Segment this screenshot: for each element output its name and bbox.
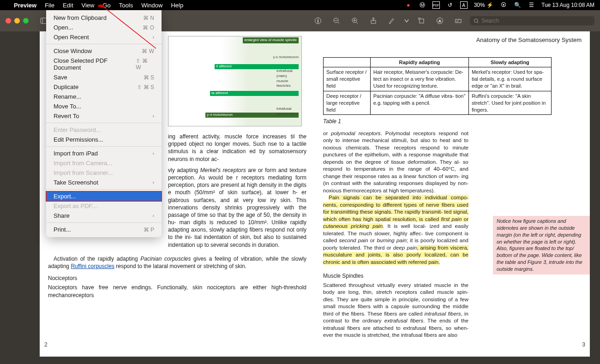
page-number: 3	[582, 341, 585, 348]
menu-help[interactable]: Help	[171, 2, 183, 9]
rotate-icon[interactable]	[414, 15, 428, 26]
body-text: ing afferent activity, muscle force incr…	[168, 133, 306, 163]
zoom-in-icon[interactable]	[348, 15, 362, 26]
menu-item-edit-permissions[interactable]: Edit Permissions...	[46, 135, 162, 144]
menu-item-open-recent[interactable]: Open Recent›	[46, 32, 162, 42]
close-window-button[interactable]	[6, 18, 11, 24]
malware-icon[interactable]: Ⓜ	[419, 1, 426, 9]
menu-tools[interactable]: Tools	[119, 2, 133, 9]
receptor-table: Rapidly adaptingSlowly adapting Surface …	[323, 57, 552, 115]
svg-line-18	[477, 22, 478, 23]
search-field[interactable]	[470, 16, 594, 25]
body-text: vly adapting Merkel's receptors are or f…	[168, 167, 306, 249]
app-name[interactable]: Preview	[14, 2, 36, 9]
menu-item-import-from-ipad[interactable]: Import from iPad›	[46, 149, 162, 158]
battery-status[interactable]: 30% ⚡	[474, 2, 493, 8]
file-menu: New from Clipboard⌘ NOpen...⌘ OOpen Rece…	[46, 10, 162, 237]
info-icon[interactable]: i	[311, 15, 325, 26]
body-text: or polymodal receptors. Polymodal recept…	[323, 130, 468, 195]
body-text: Activation of the rapidly adapting Pacin…	[48, 255, 306, 270]
menu-item-rename[interactable]: Rename...	[46, 92, 162, 101]
menu-item-export[interactable]: Export...	[46, 191, 162, 201]
section-heading: Muscle Spindles	[323, 272, 468, 280]
svg-text:A: A	[438, 19, 441, 23]
minimize-window-button[interactable]	[14, 18, 20, 24]
menubar: Preview File Edit View Go Tools Window H…	[0, 0, 600, 10]
menu-item-export-as-pdf: Export as PDF...	[46, 201, 162, 211]
menu-item-new-from-clipboard[interactable]: New from Clipboard⌘ N	[46, 13, 162, 23]
menu-item-save[interactable]: Save⌘ S	[46, 72, 162, 82]
menu-file[interactable]: File	[45, 2, 54, 9]
menu-go[interactable]: Go	[102, 2, 110, 9]
menu-edit[interactable]: Edit	[63, 2, 73, 9]
window-controls	[6, 18, 29, 24]
lang-icon[interactable]: A	[460, 1, 468, 9]
share-icon[interactable]	[366, 15, 380, 26]
menu-item-take-screenshot[interactable]: Take Screenshot›	[46, 178, 162, 187]
menu-item-import-from-camera: Import from Camera...	[46, 158, 162, 168]
control-center-icon[interactable]: ☰	[528, 1, 535, 9]
body-text: Nociceptors have free nerve endings. Fun…	[48, 284, 306, 298]
page-title: Anatomy of the Somatosensory System	[323, 36, 582, 44]
highlighted-text: Pain signals can be separated into indiv…	[323, 194, 468, 266]
pdf-icon[interactable]: PDF	[432, 1, 440, 9]
wifi-icon[interactable]: ⦿	[500, 1, 507, 9]
markup-icon[interactable]	[385, 15, 399, 26]
figure-muscle-spindle: enlarged view of muscle spindle γ-s moto…	[168, 36, 302, 126]
menu-item-share[interactable]: Share›	[46, 211, 162, 221]
menu-item-close-window[interactable]: Close Window⌘ W	[46, 46, 162, 56]
markup-chevron-icon[interactable]	[403, 15, 410, 26]
menu-item-print[interactable]: Print...⌘ P	[46, 225, 162, 234]
text-icon[interactable]: A	[433, 15, 447, 26]
zoom-out-icon[interactable]	[330, 15, 343, 26]
svg-rect-13	[420, 19, 424, 23]
ruffini-link[interactable]: Ruffini corpuscles	[71, 263, 114, 269]
form-icon[interactable]	[451, 15, 465, 26]
menu-item-duplicate[interactable]: Duplicate⇧ ⌘ S	[46, 82, 162, 92]
svg-point-17	[474, 18, 478, 22]
fullscreen-window-button[interactable]	[23, 18, 29, 24]
menu-item-revert-to[interactable]: Revert To›	[46, 111, 162, 121]
search-input[interactable]	[481, 18, 591, 24]
page-number: 2	[44, 341, 48, 348]
timemachine-icon[interactable]: ↺	[446, 1, 454, 9]
menu-window[interactable]: Window	[141, 2, 162, 9]
page-right: Anatomy of the Somatosensory System Rapi…	[315, 31, 590, 357]
menu-item-open[interactable]: Open...⌘ O	[46, 23, 162, 32]
menu-item-close-selected-pdf-document[interactable]: Close Selected PDF Document⇧ ⌘ W	[46, 56, 162, 72]
svg-line-5	[338, 22, 339, 24]
table-caption: Table 1	[323, 118, 582, 125]
menu-item-enter-password: Enter Password...	[46, 125, 162, 135]
screenrecord-icon[interactable]: ●	[405, 1, 412, 9]
menu-view[interactable]: View	[82, 2, 95, 9]
svg-text:i: i	[318, 19, 318, 24]
sidenote: Notice how figure captions and sidenotes…	[493, 216, 590, 274]
menu-item-move-to[interactable]: Move To...	[46, 101, 162, 111]
section-heading: Nociceptors	[48, 274, 306, 282]
datetime[interactable]: Tue 13 Aug 10:08 AM	[541, 2, 594, 8]
spotlight-icon[interactable]: 🔍	[514, 1, 521, 9]
body-text: Scattered throughout virtually every str…	[323, 282, 468, 339]
menu-item-import-from-scanner: Import from Scanner...	[46, 168, 162, 178]
search-icon	[474, 18, 479, 24]
svg-line-8	[356, 22, 358, 24]
